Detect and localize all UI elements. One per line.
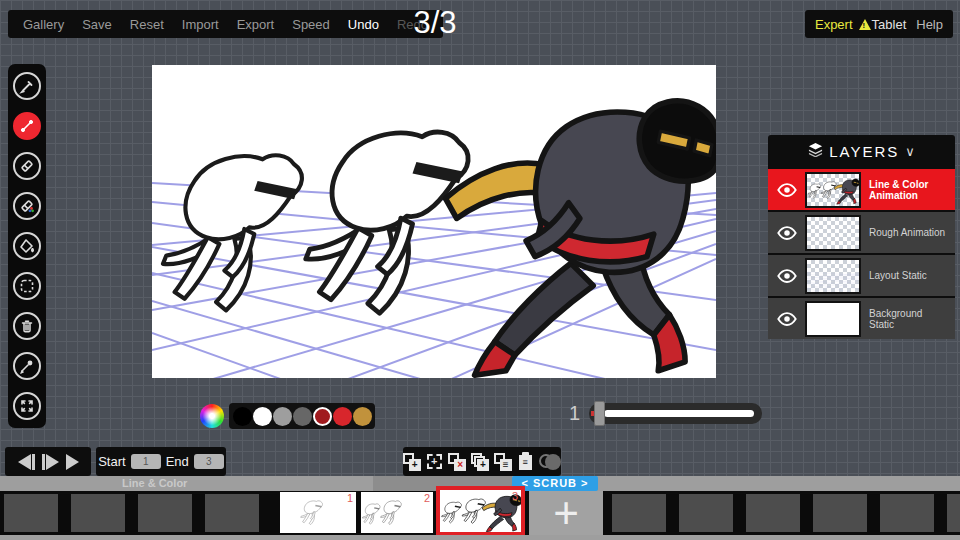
- main-menubar: Gallery Save Reset Import Export Speed U…: [8, 10, 443, 38]
- layer-label: Rough Animation: [869, 227, 945, 238]
- status-menubar: Expert ! Tablet Help: [805, 10, 953, 38]
- help-button[interactable]: Help: [916, 17, 943, 32]
- swatch-white[interactable]: [253, 407, 272, 426]
- line-icon: [19, 118, 35, 134]
- delete-tool[interactable]: [13, 312, 41, 340]
- play-button[interactable]: [66, 454, 79, 470]
- menu-reset[interactable]: Reset: [121, 17, 173, 32]
- layer-row-rough[interactable]: Rough Animation: [768, 210, 955, 253]
- expert-mode-button[interactable]: Expert: [815, 17, 853, 32]
- film-sprocket: [71, 494, 125, 532]
- line-tool[interactable]: [13, 112, 41, 140]
- onion-skin-toggle[interactable]: [539, 453, 561, 471]
- slider-handle[interactable]: [594, 401, 605, 426]
- copy-frame-button[interactable]: ≡: [494, 453, 512, 471]
- bottom-edge-bar: [0, 535, 960, 540]
- layer-row-background[interactable]: Background Static: [768, 296, 955, 339]
- insert-frame-button[interactable]: +: [426, 453, 444, 471]
- layer-label: Line & Color Animation: [869, 179, 949, 201]
- step-forward-button[interactable]: [42, 454, 59, 470]
- film-sprocket: [4, 494, 58, 532]
- end-label: End: [166, 454, 189, 469]
- visibility-eye-icon[interactable]: [776, 225, 798, 241]
- fill-tool[interactable]: [13, 232, 41, 260]
- layers-panel-header[interactable]: LAYERS ∨: [768, 135, 955, 167]
- layer-label: Background Static: [869, 308, 949, 330]
- film-sprocket: [880, 494, 934, 532]
- film-sprocket: [679, 494, 733, 532]
- swatch-red[interactable]: [333, 407, 352, 426]
- layers-panel: LAYERS ∨ Line & Color Animation Rough An…: [768, 135, 955, 339]
- menu-gallery[interactable]: Gallery: [14, 17, 73, 32]
- eyedropper-icon: [19, 358, 35, 374]
- menu-undo[interactable]: Undo: [339, 17, 388, 32]
- drawing-canvas[interactable]: [152, 65, 716, 378]
- visibility-eye-icon[interactable]: [776, 182, 798, 198]
- swatch-dark-gray[interactable]: [293, 407, 312, 426]
- brush-size-slider[interactable]: [589, 403, 762, 424]
- step-back-bar: [32, 454, 35, 470]
- film-sprocket: [947, 494, 960, 532]
- playback-bar: [5, 447, 91, 476]
- eraser-tool[interactable]: [13, 152, 41, 180]
- add-frame-button[interactable]: +: [403, 453, 421, 471]
- eyedropper-tool[interactable]: [13, 352, 41, 380]
- visibility-eye-icon[interactable]: [776, 311, 798, 327]
- film-sprocket: [205, 494, 259, 532]
- color-eraser-tool[interactable]: [13, 192, 41, 220]
- layer-thumbnail: [805, 301, 861, 337]
- frame-thumbnail-1[interactable]: 1: [280, 492, 356, 533]
- paste-frame-button[interactable]: ≡: [517, 453, 535, 471]
- film-sprocket: [813, 494, 867, 532]
- end-frame-input[interactable]: 3: [194, 454, 224, 469]
- filmstrip: 1 2 3 +: [0, 491, 960, 535]
- swatch-dark-red[interactable]: [313, 407, 332, 426]
- menu-speed[interactable]: Speed: [283, 17, 339, 32]
- layer-row-line-color[interactable]: Line & Color Animation: [768, 167, 955, 210]
- pencil-tool[interactable]: [13, 72, 41, 100]
- frame-number: 2: [424, 492, 430, 504]
- tablet-button[interactable]: ! Tablet: [859, 17, 907, 32]
- tool-column: [8, 64, 46, 428]
- fullscreen-tool[interactable]: [13, 392, 41, 420]
- canvas-artwork: [152, 65, 716, 378]
- menu-export[interactable]: Export: [228, 17, 284, 32]
- swatch-black[interactable]: [233, 407, 252, 426]
- color-swatch-bar: [229, 403, 375, 429]
- frame-thumbnail-3-selected[interactable]: 3: [436, 486, 525, 536]
- expand-arrows-icon: [19, 398, 35, 414]
- marquee-select-icon: [19, 278, 35, 294]
- frame-thumbnail-2[interactable]: 2: [361, 492, 433, 533]
- duplicate-frame-button[interactable]: +: [471, 453, 489, 471]
- menu-save[interactable]: Save: [73, 17, 121, 32]
- frame-counter: 3/3: [385, 5, 485, 41]
- color-eraser-icon: [19, 198, 35, 214]
- frame-number: 1: [347, 492, 353, 504]
- swatch-gray[interactable]: [273, 407, 292, 426]
- layers-header-label: LAYERS: [829, 143, 899, 160]
- track-label: Line & Color: [122, 476, 187, 491]
- film-sprocket: [746, 494, 800, 532]
- add-frame-tile[interactable]: +: [529, 491, 603, 535]
- range-bar: Start 1 End 3: [96, 447, 226, 476]
- menu-import[interactable]: Import: [173, 17, 228, 32]
- eraser-icon: [19, 158, 35, 174]
- start-frame-input[interactable]: 1: [131, 454, 161, 469]
- paint-bucket-icon: [19, 238, 35, 254]
- chevron-down-icon: ∨: [905, 144, 915, 159]
- swatch-gold[interactable]: [353, 407, 372, 426]
- select-tool[interactable]: [13, 272, 41, 300]
- slider-track[interactable]: [604, 410, 754, 417]
- layer-thumbnail: [805, 215, 861, 251]
- layer-thumbnail: [805, 172, 861, 208]
- color-wheel-icon[interactable]: [200, 404, 224, 428]
- delete-frame-button[interactable]: ×: [448, 453, 466, 471]
- frame-ops-bar: + + × + ≡ ≡: [403, 447, 561, 476]
- app-window: Gallery Save Reset Import Export Speed U…: [0, 0, 960, 540]
- layer-label: Layout Static: [869, 270, 927, 281]
- tablet-label: Tablet: [872, 17, 907, 32]
- visibility-eye-icon[interactable]: [776, 268, 798, 284]
- step-back-button[interactable]: [18, 454, 35, 470]
- layer-row-layout[interactable]: Layout Static: [768, 253, 955, 296]
- film-sprocket: [138, 494, 192, 532]
